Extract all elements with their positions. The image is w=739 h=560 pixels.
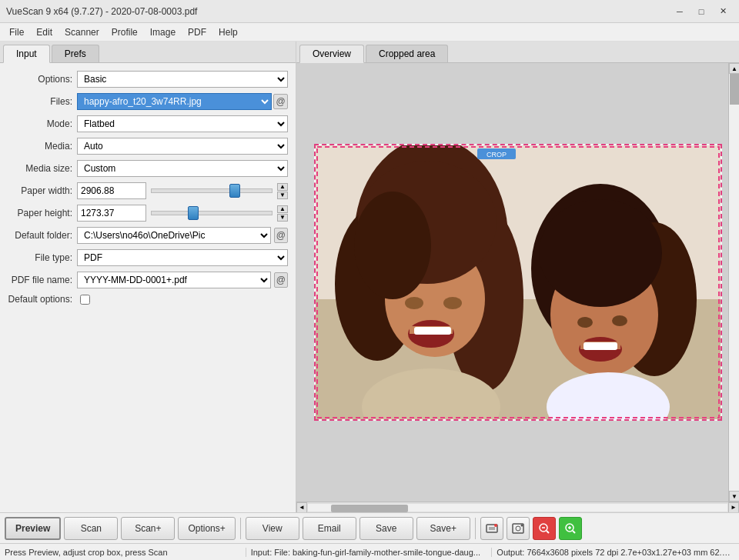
left-tab-bar: Input Prefs — [0, 42, 296, 63]
scroll-right-arrow[interactable]: ► — [728, 502, 739, 513]
svg-point-11 — [405, 297, 423, 309]
pdf-at-icon[interactable]: @ — [274, 272, 288, 288]
file-type-dropdown[interactable]: PDF — [77, 249, 288, 266]
scroll-left-arrow[interactable]: ◄ — [296, 502, 307, 513]
paper-width-input[interactable] — [77, 182, 146, 199]
tab-cropped-area[interactable]: Cropped area — [366, 45, 448, 62]
default-folder-dropdown[interactable]: C:\Users\no46o\OneDrive\Pic — [77, 227, 271, 244]
svg-point-22 — [539, 199, 662, 307]
minimize-button[interactable]: ─ — [670, 2, 690, 21]
file-row: happy-afro_t20_3w74RR.jpg @ — [77, 93, 288, 110]
preview-button[interactable]: Preview — [5, 517, 61, 540]
pdf-file-name-dropdown[interactable]: YYYY-MM-DD-0001+.pdf — [77, 272, 271, 288]
default-options-label: Default options: — [8, 294, 77, 305]
file-type-label: File type: — [8, 252, 77, 263]
menu-profile[interactable]: Profile — [105, 25, 144, 39]
zoom-out-icon — [538, 522, 550, 535]
paper-height-slider[interactable] — [151, 211, 273, 215]
media-size-control: Custom — [77, 160, 288, 177]
close-button[interactable]: ✕ — [713, 2, 733, 21]
photo-icon-button[interactable] — [507, 517, 530, 540]
paper-width-slider[interactable] — [151, 188, 273, 193]
scan-image: CROP — [314, 144, 722, 421]
zoom-in-button[interactable] — [559, 517, 582, 540]
pdf-file-name-row: PDF file name: YYYY-MM-DD-0001+.pdf @ — [8, 272, 288, 288]
paper-width-spin-buttons: ▲ ▼ — [277, 183, 288, 199]
scroll-thumb-right — [730, 74, 739, 105]
media-control: Auto — [77, 138, 288, 155]
menu-image[interactable]: Image — [144, 25, 182, 39]
right-panel: Overview Cropped area ▲ ▼ — [296, 42, 739, 512]
scan-plus-button[interactable]: Scan+ — [121, 517, 175, 540]
options-dropdown[interactable]: Basic — [77, 71, 288, 88]
tab-prefs[interactable]: Prefs — [52, 45, 99, 62]
default-folder-row: Default folder: C:\Users\no46o\OneDrive\… — [8, 227, 288, 244]
menu-scanner[interactable]: Scanner — [59, 25, 105, 39]
scroll-up-arrow[interactable]: ▲ — [729, 63, 739, 74]
scroll-track-right[interactable] — [729, 74, 739, 491]
menu-help[interactable]: Help — [212, 25, 244, 39]
scan-button[interactable]: Scan — [64, 517, 118, 540]
tab-input[interactable]: Input — [3, 45, 50, 63]
svg-point-7 — [354, 192, 431, 299]
mode-dropdown[interactable]: Flatbed — [77, 115, 288, 132]
menu-file[interactable]: File — [3, 25, 30, 39]
options-label: Options: — [8, 74, 77, 85]
svg-line-35 — [547, 531, 549, 533]
email-button[interactable]: Email — [303, 517, 356, 540]
view-button[interactable]: View — [246, 517, 299, 540]
menu-bar: File Edit Scanner Profile Image PDF Help — [0, 23, 739, 42]
media-label: Media: — [8, 141, 77, 152]
svg-rect-19 — [584, 342, 617, 350]
paper-height-down[interactable]: ▼ — [277, 214, 288, 222]
toolbar-divider-1 — [240, 518, 241, 539]
status-middle: Input: File: baking-fun-girl-family-moth… — [246, 548, 489, 557]
paper-width-thumb[interactable] — [229, 184, 240, 198]
tab-overview[interactable]: Overview — [299, 45, 364, 63]
status-left: Press Preview, adjust crop box, press Sc… — [5, 548, 242, 557]
paper-width-label: Paper width: — [8, 185, 77, 196]
paper-height-spinner: ▲ ▼ — [77, 205, 288, 222]
default-options-checkbox[interactable] — [80, 295, 90, 305]
vertical-scrollbar[interactable]: ▲ ▼ — [728, 63, 739, 502]
paper-width-up[interactable]: ▲ — [277, 183, 288, 191]
folder-at-icon[interactable]: @ — [274, 228, 288, 243]
scroll-down-arrow[interactable]: ▼ — [729, 491, 739, 502]
paper-height-spin-buttons: ▲ ▼ — [277, 205, 288, 222]
zoom-in-icon — [564, 522, 577, 535]
paper-height-row: Paper height: ▲ ▼ — [8, 205, 288, 222]
paper-height-input[interactable] — [77, 205, 146, 222]
media-size-row: Media size: Custom — [8, 160, 288, 177]
preview-area: ▲ ▼ — [296, 63, 739, 502]
options-plus-button[interactable]: Options+ — [178, 517, 235, 540]
title-buttons: ─ □ ✕ — [670, 2, 733, 21]
paper-height-thumb[interactable] — [188, 206, 199, 220]
menu-pdf[interactable]: PDF — [182, 25, 212, 39]
paper-height-up[interactable]: ▲ — [277, 205, 288, 213]
scan-image-svg: CROP — [316, 145, 721, 419]
title-text: VueScan 9 x64 (9.7.27) - 2020-07-08-0003… — [6, 6, 670, 17]
menu-edit[interactable]: Edit — [30, 25, 59, 39]
media-size-dropdown[interactable]: Custom — [77, 160, 288, 177]
main-content: Input Prefs Options: Basic Files: — [0, 42, 739, 512]
files-dropdown[interactable]: happy-afro_t20_3w74RR.jpg — [77, 93, 272, 110]
pdf-file-name-control: YYYY-MM-DD-0001+.pdf @ — [77, 272, 288, 288]
svg-line-39 — [573, 531, 575, 533]
save-plus-button[interactable]: Save+ — [416, 517, 470, 540]
svg-point-21 — [612, 315, 627, 326]
zoom-out-button[interactable] — [533, 517, 556, 540]
paper-height-label: Paper height: — [8, 208, 77, 218]
files-at-icon[interactable]: @ — [273, 94, 288, 109]
mode-row: Mode: Flatbed — [8, 115, 288, 132]
maximize-button[interactable]: □ — [691, 2, 711, 21]
scan-icon-button[interactable] — [480, 517, 503, 540]
svg-rect-10 — [414, 327, 451, 335]
horizontal-scrollbar[interactable]: ◄ ► — [296, 502, 739, 512]
toolbar-divider-2 — [475, 518, 476, 539]
media-dropdown[interactable]: Auto — [77, 138, 288, 155]
scroll-track-bottom[interactable] — [307, 503, 728, 512]
options-row: Options: Basic — [8, 71, 288, 88]
paper-width-down[interactable]: ▼ — [277, 192, 288, 199]
default-folder-label: Default folder: — [8, 230, 77, 241]
save-button[interactable]: Save — [359, 517, 413, 540]
